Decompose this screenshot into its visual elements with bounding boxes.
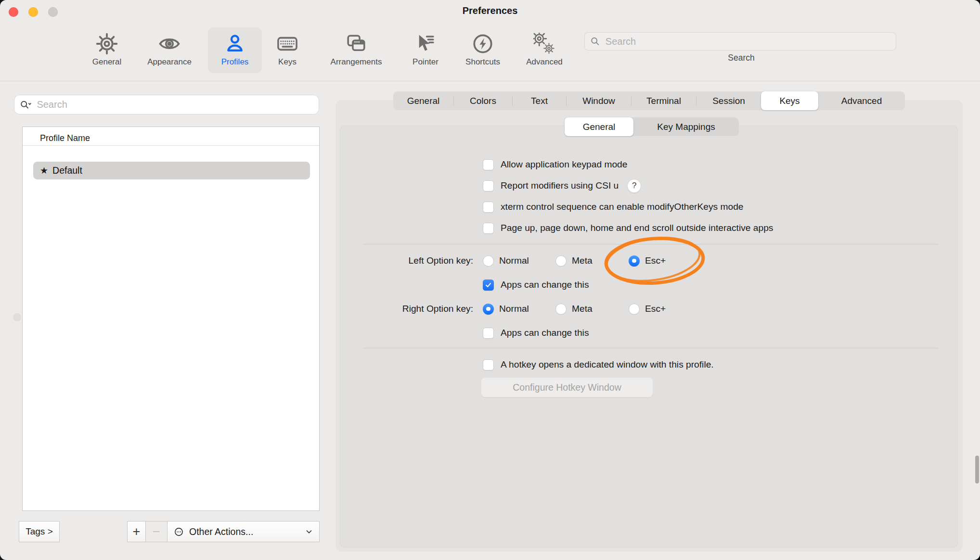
toolbar-label: Arrangements: [331, 57, 382, 67]
scrollbar-thumb[interactable]: [975, 456, 979, 484]
search-menu-icon: [20, 100, 31, 110]
checkbox-checked: [483, 280, 494, 291]
toolbar-item-general[interactable]: General: [80, 27, 134, 73]
add-profile-button[interactable]: +: [128, 522, 146, 542]
gear-icon: [96, 33, 118, 55]
toolbar-search-label: Search: [693, 53, 789, 63]
right-option-key-label: Right Option key:: [337, 302, 473, 316]
tags-button-label: Tags >: [26, 526, 53, 537]
toolbar-label: Keys: [278, 57, 297, 67]
toolbar-label: General: [92, 57, 121, 67]
other-actions-dropdown[interactable]: Other Actions...: [168, 522, 319, 542]
tab-text[interactable]: Text: [513, 91, 566, 110]
toolbar-item-appearance[interactable]: Appearance: [142, 27, 196, 73]
checkbox-row-csi-u[interactable]: Report modifiers using CSI u ?: [483, 179, 641, 192]
keys-subtab-bar: General Key Mappings: [565, 117, 739, 136]
checkbox-row-keypad-mode[interactable]: Allow application keypad mode: [483, 158, 627, 171]
tab-colors[interactable]: Colors: [454, 91, 512, 110]
checkbox-unchecked: [483, 159, 494, 170]
radio-left-option-esc[interactable]: Esc+: [629, 254, 666, 267]
checkbox-unchecked: [483, 359, 494, 370]
tab-advanced[interactable]: Advanced: [818, 91, 905, 110]
preferences-window: Preferences General Appearance Profiles: [0, 0, 980, 560]
cursor-icon: [414, 33, 437, 55]
checkbox-row-right-apps-can-change[interactable]: Apps can change this: [483, 326, 589, 340]
profile-row-default[interactable]: ★ Default: [33, 162, 310, 179]
toolbar-divider: [0, 81, 980, 81]
checkbox-label: Allow application keypad mode: [501, 159, 627, 170]
checkbox-unchecked: [483, 180, 494, 191]
toolbar-search-field[interactable]: [584, 32, 896, 51]
section-divider: [363, 244, 939, 244]
toolbar-item-shortcuts[interactable]: Shortcuts: [456, 27, 510, 73]
profile-list-header: Profile Name: [23, 127, 319, 145]
tags-button[interactable]: Tags >: [19, 522, 59, 542]
configure-hotkey-window-button[interactable]: Configure Hotkey Window: [481, 377, 653, 397]
checkbox-label: A hotkey opens a dedicated window with t…: [501, 359, 714, 370]
remove-profile-button[interactable]: −: [146, 522, 168, 542]
other-actions-label: Other Actions...: [189, 526, 253, 537]
checkbox-unchecked: [483, 328, 494, 339]
checkbox-label: Apps can change this: [501, 280, 589, 290]
splitter-handle[interactable]: [13, 313, 21, 321]
toolbar-item-keys[interactable]: Keys: [260, 27, 314, 73]
checkbox-row-scroll-outside[interactable]: Page up, page down, home and end scroll …: [483, 221, 773, 235]
subtab-key-mappings[interactable]: Key Mappings: [633, 117, 739, 136]
profile-actions-group: + − Other Actions...: [128, 522, 319, 542]
profile-list: Profile Name ★ Default: [23, 127, 319, 510]
tab-session[interactable]: Session: [696, 91, 761, 110]
checkbox-label: xterm control sequence can enable modify…: [501, 202, 743, 212]
radio-right-option-esc[interactable]: Esc+: [629, 302, 666, 316]
tab-keys[interactable]: Keys: [761, 91, 818, 110]
window-title: Preferences: [0, 5, 980, 16]
help-button[interactable]: ?: [627, 179, 641, 193]
checkbox-row-left-apps-can-change[interactable]: Apps can change this: [483, 278, 589, 292]
radio-selected: [483, 304, 494, 315]
toolbar-item-profiles[interactable]: Profiles: [208, 27, 262, 73]
toolbar-label: Shortcuts: [465, 57, 500, 67]
radio-right-option-meta[interactable]: Meta: [555, 302, 593, 316]
radio-unselected: [483, 255, 494, 267]
toolbar-item-arrangements[interactable]: Arrangements: [329, 27, 383, 73]
keys-general-pane: [340, 126, 958, 547]
toolbar-label: Pointer: [413, 57, 438, 67]
tab-window[interactable]: Window: [567, 91, 631, 110]
toolbar-item-advanced[interactable]: Advanced: [517, 27, 571, 73]
profile-search-input[interactable]: [36, 99, 313, 111]
windows-icon: [345, 33, 367, 55]
header-divider: [23, 145, 319, 146]
checkbox-row-hotkey-window[interactable]: A hotkey opens a dedicated window with t…: [483, 358, 714, 371]
radio-unselected: [555, 304, 567, 315]
toolbar-item-pointer[interactable]: Pointer: [399, 27, 452, 73]
profile-search-field[interactable]: [14, 95, 319, 115]
left-option-key-label: Left Option key:: [337, 254, 473, 267]
person-icon: [224, 33, 246, 55]
checkbox-label: Report modifiers using CSI u: [501, 180, 619, 191]
radio-right-option-normal[interactable]: Normal: [483, 302, 529, 316]
checkbox-unchecked: [483, 202, 494, 213]
profile-name: Default: [52, 165, 82, 176]
ellipsis-circle-icon: [173, 526, 184, 537]
eye-icon: [158, 33, 181, 55]
tab-general[interactable]: General: [393, 91, 453, 110]
minus-icon: −: [153, 524, 160, 539]
checkbox-unchecked: [483, 223, 494, 234]
bolt-circle-icon: [472, 33, 494, 55]
checkbox-label: Apps can change this: [501, 328, 589, 338]
toolbar-search-input[interactable]: [605, 36, 890, 48]
radio-left-option-meta[interactable]: Meta: [555, 254, 593, 267]
profile-tab-bar: General Colors Text Window Terminal Sess…: [393, 91, 905, 110]
keyboard-icon: [276, 33, 298, 55]
checkbox-row-modifyotherkeys[interactable]: xterm control sequence can enable modify…: [483, 200, 743, 214]
toolbar-label: Profiles: [221, 57, 249, 67]
title-bar: Preferences: [0, 0, 980, 24]
star-icon: ★: [40, 165, 48, 176]
tab-terminal[interactable]: Terminal: [632, 91, 696, 110]
radio-left-option-normal[interactable]: Normal: [483, 254, 529, 267]
checkbox-label: Page up, page down, home and end scroll …: [501, 223, 773, 233]
check-icon: [485, 281, 492, 289]
gears-icon: [533, 33, 555, 55]
subtab-general[interactable]: General: [565, 117, 633, 136]
radio-unselected: [629, 304, 640, 315]
chevron-down-icon: [305, 527, 313, 536]
